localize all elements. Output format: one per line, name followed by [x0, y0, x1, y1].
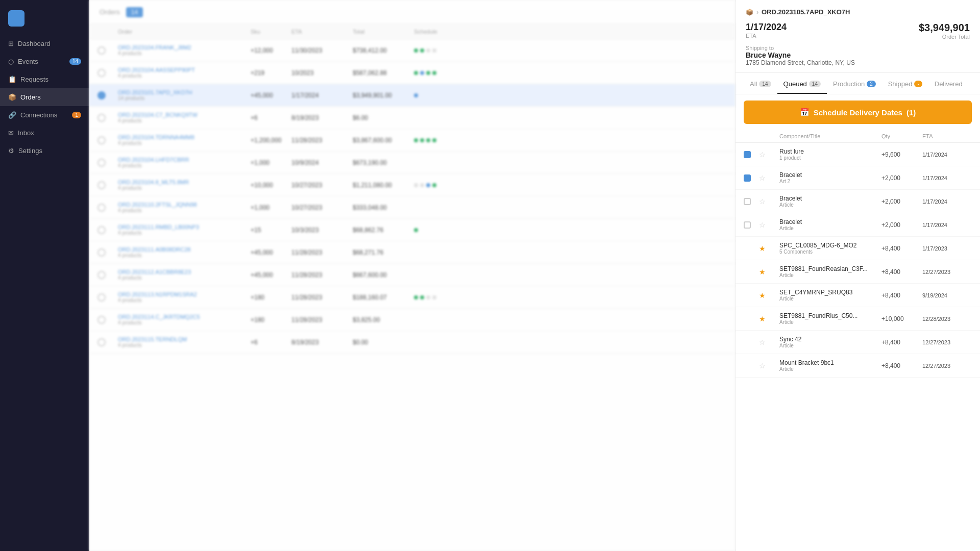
row-select[interactable]	[97, 271, 106, 279]
item-eta: 1/17/2024	[922, 175, 980, 181]
item-star[interactable]: ★	[759, 244, 779, 253]
tab-shipped-badge: -	[914, 81, 922, 87]
sidebar-item-label: Orders	[20, 93, 41, 101]
sidebar-item-inbox[interactable]: ✉ Inbox	[0, 124, 89, 142]
list-item[interactable]: ☆ BraceletArticle +2,000 1/17/2024 $82,5…	[736, 213, 980, 237]
row-select[interactable]	[97, 159, 106, 167]
order-id-link[interactable]: ORD.2023105.7APD_XKO7H	[762, 8, 850, 16]
item-star[interactable]: ☆	[759, 197, 779, 206]
table-row[interactable]: ORD.2023113.N1RPDM1SRA24 products +180 1…	[89, 286, 735, 309]
table-row[interactable]: ORD.2023114.C_JKRTDMQ2C54 products +180 …	[89, 309, 735, 331]
tab-shipped[interactable]: Shipped -	[882, 75, 928, 94]
sidebar-item-label: Dashboard	[18, 40, 51, 47]
row-select[interactable]	[97, 91, 106, 99]
list-item[interactable]: ☆ BraceletArticle +2,000 1/17/2024 $82,5…	[736, 190, 980, 213]
topbar: Orders 14	[89, 0, 735, 24]
table-row[interactable]: ORD.2023104.TDRNNA4MM84 products +1,200,…	[89, 129, 735, 152]
tab-delivered[interactable]: Delivered	[928, 75, 969, 94]
tab-all-label: All	[750, 80, 757, 88]
item-star[interactable]: ☆	[759, 151, 779, 159]
sidebar-logo	[0, 6, 89, 35]
sidebar-item-orders[interactable]: 📦 Orders	[0, 88, 89, 106]
items-col-title: Component/Title	[779, 133, 881, 139]
item-qty: +8,400	[881, 339, 922, 346]
orders-icon: 📦	[8, 93, 16, 101]
table-row[interactable]: ORD.2023104.C7_BCNKQ9TW4 products +6 8/1…	[89, 107, 735, 129]
row-select[interactable]	[97, 204, 106, 212]
item-checkbox[interactable]	[744, 174, 751, 182]
list-item[interactable]: ☆ Sync 42Article +8,400 12/27/2023 $213,…	[736, 331, 980, 354]
table-row[interactable]: ORD.2023115.TERNDLQM4 products +6 8/19/2…	[89, 331, 735, 354]
tab-production[interactable]: Production 2	[827, 75, 882, 94]
item-qty: +9,600	[881, 151, 922, 158]
sidebar-item-requests[interactable]: 📋 Requests	[0, 70, 89, 88]
row-select[interactable]	[97, 248, 106, 257]
panel-meta: 1/17/2024 ETA $3,949,901 Order Total	[746, 22, 970, 40]
item-star[interactable]: ☆	[759, 338, 779, 346]
item-checkbox[interactable]	[744, 151, 751, 158]
row-select[interactable]	[97, 226, 106, 234]
recipient-name: Bruce Wayne	[746, 51, 970, 59]
item-name: SET9881_FoundReasian_C3F...	[779, 265, 881, 272]
row-select[interactable]	[97, 46, 106, 55]
item-qty: +8,400	[881, 245, 922, 252]
panel-tabs: All 14 Queued 14 Production 2 Shipped - …	[736, 75, 980, 94]
item-checkbox[interactable]	[744, 221, 751, 229]
schedule-delivery-banner[interactable]: 📅 Schedule Delivery Dates (1)	[744, 101, 972, 124]
tab-all[interactable]: All 14	[744, 75, 777, 94]
list-item[interactable]: ★ SPC_CL0085_MDG-6_MO25 Components +8,40…	[736, 237, 980, 260]
dashboard-icon: ⊞	[8, 40, 14, 47]
item-qty: +2,000	[881, 198, 922, 205]
table-row[interactable]: ORD.2023104.8_MLT5.8MR4 products +10,000…	[89, 174, 735, 196]
item-eta: 1/17/2024	[922, 198, 980, 205]
col-order: Order	[118, 29, 251, 35]
list-item[interactable]: ☆ Mount Bracket 9bc1Article +8,400 12/27…	[736, 354, 980, 378]
table-row-selected[interactable]: ORD.2023101.7APD_XKO7H14 products +45,00…	[89, 84, 735, 107]
list-item[interactable]: ★ SET9881_FoundRius_C50...Article +10,00…	[736, 307, 980, 331]
connections-badge: 1	[72, 112, 81, 118]
item-star[interactable]: ★	[759, 291, 779, 299]
list-item[interactable]: ★ SET9881_FoundReasian_C3F...Article +8,…	[736, 260, 980, 284]
tab-queued-badge: 14	[809, 81, 821, 87]
table-row[interactable]: ORD.2023104.AASSEPP90PT4 products +219 1…	[89, 62, 735, 84]
table-row[interactable]: ORD.2023111.A0B08DRC284 products +45,000…	[89, 241, 735, 264]
item-star[interactable]: ★	[759, 315, 779, 323]
row-select[interactable]	[97, 136, 106, 144]
sidebar-item-settings[interactable]: ⚙ Settings	[0, 142, 89, 160]
package-icon: 📦	[746, 9, 753, 16]
item-name: Bracelet	[779, 218, 881, 226]
panel-order-total: $3,949,901	[919, 22, 970, 34]
table-row[interactable]: ORD.2023104.FRANK_J8M24 products +12,000…	[89, 39, 735, 62]
col-schedule: Schedule	[414, 29, 496, 35]
item-eta: 9/19/2024	[922, 292, 980, 298]
row-select[interactable]	[97, 181, 106, 189]
item-qty: +8,400	[881, 268, 922, 276]
sidebar-item-connections[interactable]: 🔗 Connections 1	[0, 106, 89, 124]
sidebar-item-events[interactable]: ◷ Events 14	[0, 53, 89, 70]
item-name: Sync 42	[779, 336, 881, 343]
list-item[interactable]: ☆ BraceletArt 2 +2,000 1/17/2024 $82,500…	[736, 166, 980, 190]
row-select[interactable]	[97, 114, 106, 122]
table-row[interactable]: ORD.2023111.RMBD_LB00NP34 products +15 1…	[89, 219, 735, 241]
tab-production-label: Production	[833, 80, 865, 88]
item-star[interactable]: ☆	[759, 174, 779, 182]
list-item[interactable]: ★ SET_C4YMRNP_SRUQ83Article +8,400 9/19/…	[736, 284, 980, 307]
row-select[interactable]	[97, 338, 106, 346]
row-select[interactable]	[97, 293, 106, 302]
row-select[interactable]	[97, 69, 106, 77]
item-checkbox[interactable]	[744, 198, 751, 205]
col-total: Total	[353, 29, 414, 35]
item-star[interactable]: ☆	[759, 221, 779, 229]
tab-delivered-label: Delivered	[935, 80, 963, 88]
main-content: Orders 14 Order Sku ETA Total Schedule O…	[89, 0, 735, 551]
table-row[interactable]: ORD.2023112.A1CBBR8E234 products +45,000…	[89, 264, 735, 286]
list-item[interactable]: ☆ Rust lure1 product +9,600 1/17/2024 $2…	[736, 143, 980, 166]
table-row[interactable]: ORD.2023110.2FTSL_JQNN984 products +1,00…	[89, 196, 735, 219]
shipping-to-label: Shipping to	[746, 45, 970, 51]
item-star[interactable]: ☆	[759, 362, 779, 370]
tab-queued[interactable]: Queued 14	[777, 75, 827, 94]
item-star[interactable]: ★	[759, 268, 779, 276]
table-row[interactable]: ORD.2023104.LHFD7CBRR4 products +1,000 1…	[89, 152, 735, 174]
row-select[interactable]	[97, 316, 106, 324]
sidebar-item-dashboard[interactable]: ⊞ Dashboard	[0, 35, 89, 53]
